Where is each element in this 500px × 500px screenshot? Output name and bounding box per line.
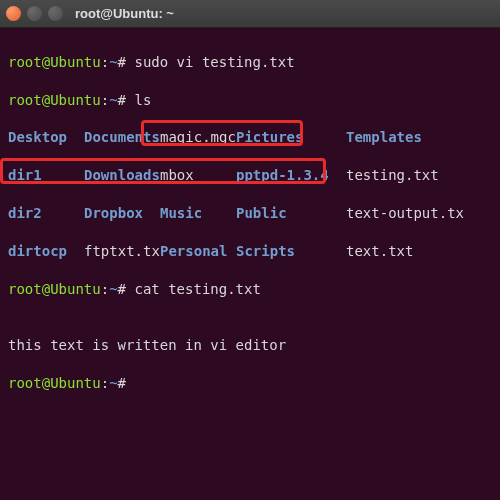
prompt-colon: : [101, 281, 109, 297]
prompt-path: ~ [109, 375, 117, 391]
prompt-line: root@Ubuntu:~# sudo vi testing.txt [8, 53, 492, 72]
prompt-hash: # [118, 281, 126, 297]
prompt-hash: # [118, 92, 126, 108]
ls-item: Scripts [236, 242, 346, 261]
ls-item: dir2 [8, 204, 84, 223]
ls-item: Personal [160, 242, 236, 261]
prompt-user: root@Ubuntu [8, 54, 101, 70]
prompt-colon: : [101, 375, 109, 391]
ls-item: Templates [346, 128, 422, 147]
maximize-icon[interactable] [48, 6, 63, 21]
ls-row: dir2DropboxMusicPublictext-output.tx [8, 204, 492, 223]
ls-row: dirtocpftptxt.txtPersonalScriptstext.txt [8, 242, 492, 261]
prompt-user: root@Ubuntu [8, 92, 101, 108]
ls-item: Documents [84, 128, 160, 147]
ls-item: dirtocp [8, 242, 84, 261]
ls-item: ftptxt.txt [84, 242, 160, 261]
ls-item: Dropbox [84, 204, 160, 223]
ls-item: text.txt [346, 242, 413, 261]
ls-item: Desktop [8, 128, 84, 147]
prompt-colon: : [101, 92, 109, 108]
prompt-hash: # [118, 375, 126, 391]
prompt-path: ~ [109, 92, 117, 108]
close-icon[interactable] [6, 6, 21, 21]
ls-item: testing.txt [346, 166, 439, 185]
command-text: sudo vi testing.txt [126, 54, 295, 70]
prompt-user: root@Ubuntu [8, 375, 101, 391]
command-text: ls [126, 92, 151, 108]
ls-item: dir1 [8, 166, 84, 185]
window-title: root@Ubuntu: ~ [75, 6, 174, 21]
prompt-line: root@Ubuntu:~# [8, 374, 492, 393]
command-text: cat testing.txt [126, 281, 261, 297]
prompt-colon: : [101, 54, 109, 70]
ls-row: dir1Downloadsmboxpptpd-1.3.4testing.txt [8, 166, 492, 185]
output-line: this text is written in vi editor [8, 336, 492, 355]
ls-item: Music [160, 204, 236, 223]
prompt-hash: # [118, 54, 126, 70]
terminal-window: root@Ubuntu: ~ root@Ubuntu:~# sudo vi te… [0, 0, 500, 500]
ls-item: text-output.tx [346, 204, 464, 223]
titlebar[interactable]: root@Ubuntu: ~ [0, 0, 500, 28]
prompt-path: ~ [109, 281, 117, 297]
ls-item: mbox [160, 166, 236, 185]
prompt-line: root@Ubuntu:~# ls [8, 91, 492, 110]
ls-item: pptpd-1.3.4 [236, 166, 346, 185]
ls-item: Pictures [236, 128, 346, 147]
terminal-body[interactable]: root@Ubuntu:~# sudo vi testing.txt root@… [0, 28, 500, 493]
prompt-user: root@Ubuntu [8, 281, 101, 297]
prompt-line: root@Ubuntu:~# cat testing.txt [8, 280, 492, 299]
ls-item: Public [236, 204, 346, 223]
ls-item: magic.mgc [160, 128, 236, 147]
ls-item: Downloads [84, 166, 160, 185]
ls-row: DesktopDocumentsmagic.mgcPicturesTemplat… [8, 128, 492, 147]
prompt-path: ~ [109, 54, 117, 70]
minimize-icon[interactable] [27, 6, 42, 21]
